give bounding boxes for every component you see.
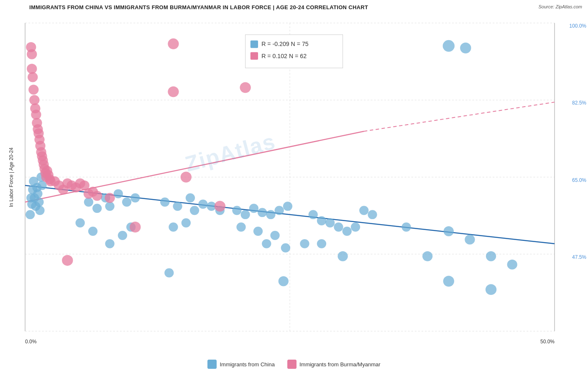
svg-point-72 <box>444 226 454 236</box>
y-val-47: 47.5% <box>557 254 586 260</box>
svg-point-46 <box>232 206 241 215</box>
svg-point-79 <box>460 43 471 54</box>
svg-point-114 <box>92 191 102 201</box>
svg-point-69 <box>337 251 348 261</box>
svg-point-52 <box>283 202 292 211</box>
svg-point-28 <box>114 189 123 198</box>
svg-point-54 <box>253 227 263 236</box>
svg-point-76 <box>443 276 454 287</box>
svg-point-71 <box>422 251 432 261</box>
legend-box-pink <box>287 360 297 369</box>
svg-point-120 <box>62 255 73 266</box>
svg-point-65 <box>359 206 368 215</box>
y-val-82: 82.5% <box>557 100 586 106</box>
svg-point-24 <box>84 197 93 207</box>
svg-point-119 <box>130 222 141 232</box>
chart-title: IMMIGRANTS FROM CHINA VS IMMIGRANTS FROM… <box>4 4 584 10</box>
svg-text:R = -0.209   N = 75: R = -0.209 N = 75 <box>261 41 309 47</box>
svg-point-58 <box>279 276 289 286</box>
svg-point-23 <box>26 210 35 219</box>
svg-point-53 <box>236 222 245 232</box>
y-val-65: 65.0% <box>557 177 586 183</box>
svg-point-37 <box>173 202 182 211</box>
svg-rect-124 <box>251 41 258 48</box>
svg-point-55 <box>270 231 279 240</box>
legend-label-pink: Immigrants from Burma/Myanmar <box>299 361 381 368</box>
svg-point-70 <box>401 222 411 232</box>
svg-point-50 <box>266 210 275 219</box>
svg-point-47 <box>241 210 250 219</box>
svg-point-36 <box>160 197 169 207</box>
svg-point-116 <box>168 86 179 97</box>
legend-box-blue <box>207 360 217 369</box>
y-val-100: 100.0% <box>557 23 586 29</box>
svg-point-49 <box>258 208 267 217</box>
svg-point-77 <box>486 284 496 295</box>
svg-point-63 <box>343 227 352 236</box>
svg-point-121 <box>168 38 179 49</box>
svg-point-40 <box>198 199 207 209</box>
svg-point-44 <box>182 218 191 227</box>
svg-point-73 <box>465 235 475 245</box>
svg-point-56 <box>262 239 271 248</box>
chart-container: IMMIGRANTS FROM CHINA VS IMMIGRANTS FROM… <box>0 0 588 373</box>
svg-point-18 <box>35 206 44 215</box>
svg-point-64 <box>351 222 360 232</box>
x-val-50: 50.0% <box>540 339 555 345</box>
svg-point-60 <box>317 216 326 225</box>
svg-point-68 <box>317 239 326 248</box>
svg-point-27 <box>105 202 114 211</box>
svg-point-66 <box>368 210 377 219</box>
chart-area: ZipAtlas <box>25 23 555 331</box>
svg-point-115 <box>105 193 115 203</box>
svg-point-75 <box>507 260 517 270</box>
svg-point-117 <box>181 172 192 183</box>
svg-point-32 <box>76 218 85 227</box>
svg-point-25 <box>92 204 102 213</box>
svg-point-31 <box>88 227 97 236</box>
svg-point-67 <box>300 239 309 248</box>
y-axis-label: In Labor Force | Age 20-24 <box>0 23 23 331</box>
svg-text:R =  0.102   N = 62: R = 0.102 N = 62 <box>261 53 307 59</box>
svg-point-38 <box>186 193 195 202</box>
legend-item-pink: Immigrants from Burma/Myanmar <box>287 360 381 369</box>
svg-point-22 <box>27 199 36 209</box>
svg-point-83 <box>28 72 38 82</box>
svg-point-122 <box>240 82 251 93</box>
svg-point-34 <box>118 231 127 240</box>
svg-point-29 <box>122 197 131 207</box>
svg-point-57 <box>281 243 290 253</box>
svg-point-62 <box>334 222 343 232</box>
source-label: Source: ZipAtlas.com <box>538 4 582 9</box>
svg-point-48 <box>249 204 258 213</box>
svg-point-78 <box>443 40 455 52</box>
svg-point-39 <box>190 206 199 215</box>
svg-point-51 <box>275 206 284 215</box>
svg-point-30 <box>130 193 140 202</box>
scatter-plot: R = -0.209 N = 75 R = 0.102 N = 62 <box>25 23 555 331</box>
svg-point-59 <box>309 210 318 219</box>
svg-point-43 <box>169 222 178 232</box>
svg-point-45 <box>164 268 174 278</box>
svg-point-33 <box>105 239 114 248</box>
legend: Immigrants from China Immigrants from Bu… <box>0 360 588 369</box>
x-axis-values: 0.0% 50.0% <box>25 339 555 345</box>
svg-point-74 <box>486 251 496 261</box>
x-val-0: 0.0% <box>25 339 36 345</box>
svg-rect-123 <box>245 35 343 68</box>
legend-item-blue: Immigrants from China <box>207 360 274 369</box>
svg-point-84 <box>28 84 38 95</box>
svg-rect-126 <box>251 52 258 60</box>
legend-label-blue: Immigrants from China <box>220 361 274 368</box>
y-axis-values: 100.0% 82.5% 65.0% 47.5% <box>557 23 586 331</box>
svg-point-81 <box>27 49 37 59</box>
svg-point-20 <box>37 181 46 190</box>
svg-point-118 <box>215 201 225 212</box>
svg-line-10 <box>364 102 555 131</box>
svg-point-61 <box>325 218 335 227</box>
